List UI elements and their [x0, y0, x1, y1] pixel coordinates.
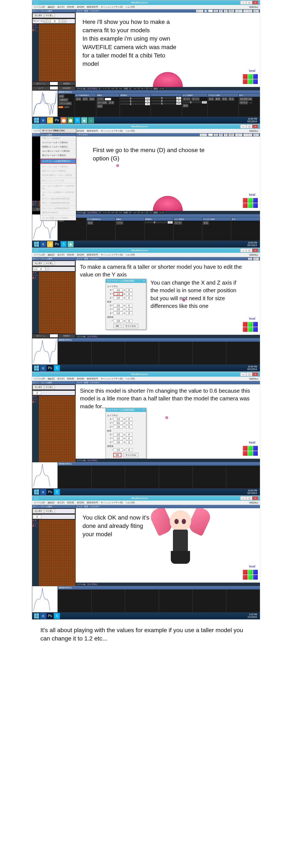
folder-icon[interactable]: 📁 — [47, 241, 53, 247]
r[interactable]: やり直し — [44, 509, 55, 513]
close-button[interactable]: ✕ — [252, 1, 258, 4]
nav-rot-z[interactable] — [253, 203, 258, 208]
ncx[interactable] — [243, 322, 247, 327]
undo-button[interactable]: 元に戻す — [33, 14, 44, 17]
frame-first[interactable]: |< — [43, 20, 47, 23]
iy[interactable] — [114, 421, 123, 425]
mm[interactable]: 表情(M) — [76, 377, 85, 381]
x[interactable] — [243, 570, 247, 575]
irz[interactable] — [114, 440, 123, 444]
mk[interactable]: モーショントアチャ(K) — [100, 501, 123, 505]
slider-y[interactable]: 94 — [151, 99, 181, 102]
ry[interactable] — [248, 451, 253, 456]
btn-delete[interactable]: 削 除 — [222, 97, 228, 101]
menu-physics[interactable]: 物理演算(P) — [86, 129, 99, 133]
maximize-button[interactable]: ▢ — [246, 125, 252, 128]
nav-cube-x[interactable] — [243, 74, 247, 79]
z[interactable] — [126, 448, 132, 452]
frame-last[interactable]: >| — [63, 20, 66, 23]
frame-next[interactable]: > — [59, 20, 63, 23]
tl1[interactable]: 照 明 — [32, 272, 39, 274]
frame-input[interactable] — [37, 267, 45, 271]
s[interactable]: 114 — [145, 221, 173, 224]
z[interactable] — [253, 570, 258, 575]
track-input1[interactable] — [50, 82, 58, 85]
btn-model[interactable]: モデル ● — [239, 101, 248, 104]
mmeffect-label[interactable]: MMEffect — [249, 5, 259, 9]
miku-icon[interactable]: ♪ — [88, 117, 94, 123]
frame-prev[interactable]: < — [47, 20, 50, 23]
start-button[interactable] — [33, 613, 39, 619]
off-indicator[interactable]: ●OFF — [64, 106, 70, 108]
ie[interactable]: e — [40, 613, 46, 619]
rx[interactable] — [243, 575, 247, 580]
nav-rot-x[interactable] — [243, 203, 247, 208]
tt[interactable]: 照 明セルフ影重 力 — [32, 396, 76, 462]
mode1-btn[interactable]: モード1 — [183, 97, 191, 101]
track-label-light[interactable]: 照 明 — [32, 24, 39, 27]
mmeffect-label[interactable]: MMEffect — [249, 129, 259, 133]
nav-rot-y[interactable] — [248, 203, 253, 208]
ifov[interactable] — [114, 448, 123, 452]
mp[interactable]: 物理演算(P) — [86, 501, 99, 505]
skype-icon[interactable]: S — [75, 117, 80, 123]
t1[interactable]: 照 明 — [32, 396, 39, 398]
vp-delete[interactable]: 削除 — [229, 133, 234, 136]
tl2[interactable]: セルフ影 — [32, 274, 39, 277]
close-button[interactable]: ✕ — [252, 248, 258, 252]
vp-all[interactable]: 全て — [253, 133, 259, 136]
vp-delete[interactable]: 削除 — [229, 10, 234, 12]
mv[interactable]: 表示(V) — [56, 377, 65, 381]
dropdown-item[interactable]: セルフ影フレームすべて選択(S) — [40, 149, 76, 153]
tt[interactable]: 照 明セルフ影重 力 — [32, 520, 76, 586]
btn-remove[interactable]: 解 除 — [215, 97, 221, 101]
mp[interactable]: 物理演算(P) — [86, 377, 99, 381]
slider-z[interactable]: 154 — [151, 102, 181, 105]
z[interactable] — [126, 417, 132, 421]
fi[interactable] — [33, 391, 41, 395]
y[interactable] — [248, 446, 253, 451]
ok-button[interactable]: OK — [113, 453, 121, 457]
ie-icon[interactable]: e — [40, 117, 46, 123]
close-button[interactable]: ✕ — [252, 125, 258, 128]
t3[interactable]: 重 力 — [32, 525, 39, 527]
menu-view[interactable]: 表示(V) — [56, 5, 65, 9]
menu-physics[interactable]: 物理演算(P) — [86, 253, 99, 257]
x[interactable] — [243, 446, 247, 451]
t1[interactable]: 照 明 — [32, 520, 39, 522]
mmd-icon[interactable]: ◆ — [67, 241, 74, 247]
tg[interactable] — [39, 520, 76, 586]
range-select-btn[interactable]: 範囲選択 — [58, 82, 75, 86]
btn-pers[interactable]: パース — [97, 97, 104, 101]
slider-x[interactable]: 20 — [151, 97, 181, 99]
vp-go[interactable]: Go — [248, 258, 253, 260]
close[interactable]: ✕ — [252, 372, 258, 376]
y[interactable] — [248, 570, 253, 575]
ix[interactable] — [114, 417, 123, 421]
menu-edit[interactable]: 編集(E) — [47, 253, 56, 257]
vp-minus[interactable]: - — [204, 10, 207, 12]
ps[interactable]: Ps — [47, 613, 53, 619]
vp-all[interactable]: 全て — [253, 257, 259, 260]
mk[interactable]: モーショントアチャ(K) — [100, 377, 123, 381]
rz[interactable] — [253, 575, 258, 580]
ie[interactable]: e — [40, 489, 46, 495]
btn-extract-a[interactable]: 読込 模型 上書 — [239, 97, 252, 101]
clock[interactable]: 1:03 PM1/31/2015 — [247, 613, 259, 618]
b[interactable]: 読 込 — [87, 221, 93, 224]
ncy[interactable] — [248, 322, 253, 327]
nav-rot-y[interactable] — [248, 79, 253, 84]
mmeffect-label[interactable]: MMEffect — [249, 253, 259, 256]
redo-button[interactable]: やり直し — [44, 14, 55, 17]
cb-frame[interactable]: ○フレーム表示 — [59, 102, 71, 105]
minimize-button[interactable]: — — [240, 248, 246, 252]
menu-motion[interactable]: モーショントアチャ(K) — [100, 129, 123, 133]
max[interactable]: ▢ — [246, 372, 252, 376]
frame-input[interactable] — [51, 20, 59, 23]
b[interactable]: 読 込 — [203, 221, 209, 224]
slider-g[interactable]: 20 — [120, 100, 150, 102]
mmd-icon[interactable]: ◆ — [81, 117, 87, 123]
menu-physics[interactable]: 物理演算(P) — [86, 5, 99, 9]
zrz[interactable] — [126, 311, 132, 315]
menu-file[interactable]: ファイル(F) — [33, 253, 46, 257]
